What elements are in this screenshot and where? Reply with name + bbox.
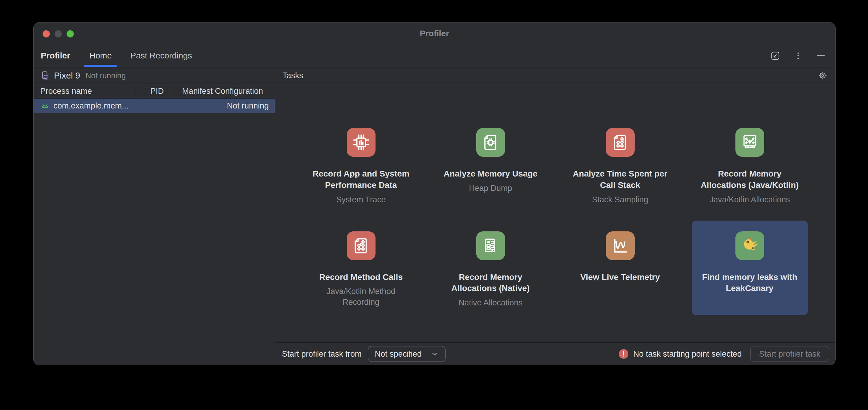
task-subtitle: Heap Dump: [469, 183, 512, 194]
profiler-window: Profiler Profiler Home Past Recordings: [33, 22, 836, 365]
tab-home[interactable]: Home: [88, 45, 114, 67]
process-status: Not running: [227, 101, 275, 111]
tab-home-label: Home: [89, 51, 112, 61]
dropdown-value: Not specified: [375, 349, 422, 359]
tasks-header: Tasks: [275, 67, 835, 84]
task-card-stack-sampling[interactable]: Analyze Time Spent per Call Stack Stack …: [562, 117, 678, 212]
stack-sampling-icon: [606, 128, 634, 157]
task-subtitle: Stack Sampling: [592, 195, 648, 205]
warning-text: No task starting point selected: [633, 349, 742, 359]
task-subtitle: Native Allocations: [459, 298, 523, 308]
task-subtitle: Java/Kotlin Method Recording: [312, 286, 411, 307]
task-footer: Start profiler task from Not specified: [275, 342, 835, 365]
task-title: View Live Telemetry: [580, 272, 660, 283]
task-subtitle: System Trace: [336, 195, 386, 205]
device-header: Pixel 9 Not running: [34, 67, 275, 84]
tasks-title: Tasks: [282, 71, 303, 80]
task-card-leakcanary[interactable]: Find memory leaks with LeakCanary: [692, 220, 808, 316]
device-status: Not running: [86, 71, 126, 80]
starting-point-dropdown[interactable]: Not specified: [368, 346, 446, 362]
task-card-method-recording[interactable]: Record Method Calls Java/Kotlin Method R…: [303, 220, 419, 316]
device-icon: [40, 71, 50, 80]
tasks-grid: Record App and System Performance Data S…: [296, 117, 815, 342]
cpu-performance-icon: [347, 128, 375, 157]
gear-icon[interactable]: [818, 71, 828, 80]
table-row[interactable]: com.example.mem... Not running: [34, 99, 275, 113]
tasks-grid-wrap: Record App and System Performance Data S…: [275, 84, 835, 342]
chevron-down-icon: [431, 350, 438, 358]
task-card-live-telemetry[interactable]: View Live Telemetry: [562, 220, 678, 316]
live-telemetry-icon: [606, 231, 634, 260]
task-subtitle: Java/Kotlin Allocations: [709, 195, 790, 205]
tab-past-recordings[interactable]: Past Recordings: [129, 45, 194, 67]
window-title: Profiler: [34, 23, 835, 45]
column-manifest-configuration[interactable]: Manifest Configuration: [170, 84, 275, 98]
android-icon: [41, 102, 49, 110]
column-process-name[interactable]: Process name: [34, 84, 135, 98]
process-table-header: Process name PID Manifest Configuration: [34, 84, 275, 99]
tool-window-label: Profiler: [41, 45, 70, 67]
start-from-label: Start profiler task from: [282, 349, 362, 359]
start-profiler-task-button[interactable]: Start profiler task: [750, 346, 829, 362]
task-title: Record Method Calls: [319, 272, 403, 283]
heap-dump-icon: [476, 128, 505, 157]
task-title: Analyze Time Spent per Call Stack: [568, 168, 673, 191]
process-name: com.example.mem...: [53, 101, 129, 111]
task-title: Analyze Memory Usage: [443, 168, 537, 179]
active-tab-underline: [84, 65, 117, 67]
footer-right: No task starting point selected Start pr…: [619, 346, 829, 362]
leakcanary-icon: [736, 231, 764, 260]
task-title: Record Memory Allocations (Native): [438, 272, 543, 294]
device-name: Pixel 9: [54, 71, 80, 81]
column-pid[interactable]: PID: [135, 84, 170, 98]
dock-window-icon[interactable]: [770, 50, 781, 61]
tab-past-recordings-label: Past Recordings: [130, 51, 192, 61]
desktop-background: Profiler Profiler Home Past Recordings: [0, 0, 868, 410]
task-card-system-trace[interactable]: Record App and System Performance Data S…: [303, 117, 419, 212]
tab-bar: Profiler Home Past Recordings: [34, 45, 835, 67]
minimize-icon[interactable]: [815, 50, 826, 61]
java-allocations-icon: [736, 128, 764, 157]
error-icon: [619, 349, 628, 359]
main-content: Pixel 9 Not running Process name PID Man…: [34, 67, 835, 365]
method-recording-icon: [347, 231, 375, 260]
kebab-menu-icon[interactable]: [793, 50, 804, 61]
tasks-panel: Tasks: [275, 67, 835, 365]
task-card-native-allocations[interactable]: Record Memory Allocations (Native) Nativ…: [433, 220, 549, 316]
task-card-heap-dump[interactable]: Analyze Memory Usage Heap Dump: [433, 117, 549, 212]
window-controls: [770, 45, 826, 67]
task-title: Find memory leaks with LeakCanary: [698, 272, 802, 294]
native-allocations-icon: [476, 231, 505, 260]
titlebar: Profiler: [34, 23, 835, 45]
task-title: Record Memory Allocations (Java/Kotlin): [698, 168, 802, 191]
process-list-panel: Pixel 9 Not running Process name PID Man…: [34, 67, 275, 365]
process-name-cell: com.example.mem...: [34, 101, 129, 111]
task-title: Record App and System Performance Data: [309, 168, 413, 191]
task-card-java-allocations[interactable]: Record Memory Allocations (Java/Kotlin) …: [692, 117, 808, 212]
